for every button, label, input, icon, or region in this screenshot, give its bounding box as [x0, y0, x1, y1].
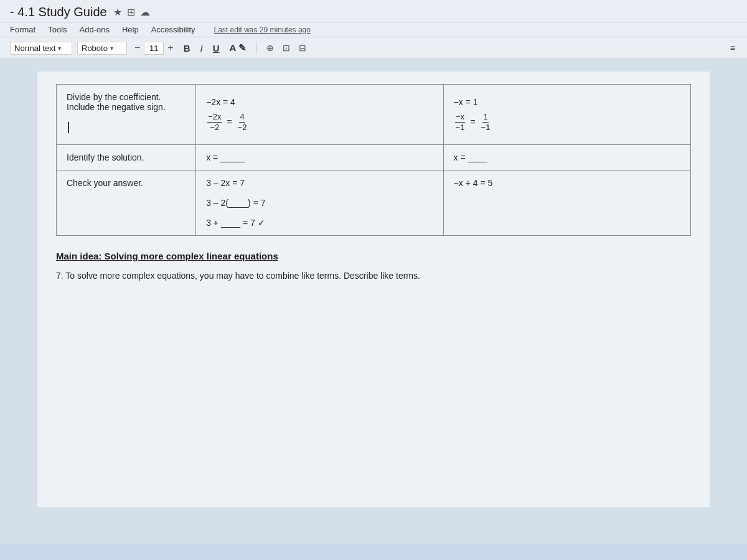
bottom-text: 7. To solve more complex equations, you … — [56, 271, 691, 281]
font-color-button[interactable]: A ✎ — [227, 41, 249, 55]
eq-equals-1: = — [227, 117, 232, 127]
table-cell-row2-col1[interactable]: Identify the solution. — [57, 145, 196, 170]
fraction-row-2: −x −1 = 1 −1 — [454, 112, 680, 132]
content-area: Divide by the coefficient.Include the ne… — [0, 59, 747, 544]
menu-format[interactable]: Format — [10, 25, 35, 34]
toolbar-divider-1 — [256, 42, 257, 54]
table-row: Identify the solution. x = _____ x = ___… — [57, 145, 691, 170]
table-cell-row1-col2[interactable]: −2x = 4 −2x −2 = 4 −2 — [196, 85, 443, 145]
last-edit-label: Last edit was 29 minutes ago — [214, 26, 311, 34]
star-icon[interactable]: ★ — [113, 6, 122, 18]
fraction-bot-neg1: −1 — [455, 123, 466, 133]
math-table: Divide by the coefficient.Include the ne… — [56, 84, 691, 236]
font-selector[interactable]: Roboto ▾ — [77, 42, 127, 55]
fraction-neg2x: −2x −2 — [207, 112, 222, 132]
menu-accessibility[interactable]: Accessibility — [151, 25, 195, 34]
bold-button[interactable]: B — [181, 42, 193, 55]
add-icon[interactable]: ⊞ — [127, 6, 135, 18]
underline-button[interactable]: U — [210, 42, 222, 55]
menu-help[interactable]: Help — [122, 25, 139, 34]
comment-button[interactable]: ⊡ — [281, 42, 292, 54]
menu-addons[interactable]: Add-ons — [80, 25, 110, 34]
cloud-icon[interactable]: ☁ — [140, 6, 150, 18]
math-equation-1: −2x = 4 — [206, 97, 433, 107]
table-cell-row1-col1[interactable]: Divide by the coefficient.Include the ne… — [57, 85, 196, 145]
fraction-row-1: −2x −2 = 4 −2 — [206, 112, 433, 132]
eq-equals-2: = — [470, 117, 475, 127]
link-button[interactable]: ⊕ — [265, 42, 276, 54]
font-chevron-icon: ▾ — [110, 45, 113, 52]
row2-instruction: Identify the solution. — [67, 152, 144, 162]
check-line-col3-1: −x + 4 = 5 — [454, 178, 680, 188]
table-cell-row3-col1[interactable]: Check your answer. — [57, 170, 196, 236]
table-cell-row1-col3[interactable]: −x = 1 −x −1 = 1 −1 — [443, 85, 690, 145]
table-row: Divide by the coefficient.Include the ne… — [57, 85, 691, 145]
image-button[interactable]: ⊟ — [297, 42, 308, 54]
fraction-bot: −2 — [209, 123, 220, 133]
font-size-increase-button[interactable]: + — [165, 42, 176, 54]
font-color-a-label: A — [230, 42, 236, 53]
menu-bar: Format Tools Add-ons Help Accessibility … — [0, 22, 747, 37]
math-equation-2: −x = 1 — [454, 97, 680, 107]
fraction-top-1: 1 — [482, 112, 488, 123]
fraction-top: −2x — [207, 112, 222, 123]
main-idea-link[interactable]: Main idea: Solving more complex linear e… — [56, 251, 278, 261]
eq2-text: −x = 1 — [454, 97, 478, 107]
more-options-button[interactable]: ≡ — [728, 42, 737, 54]
fraction-top-negx: −x — [455, 112, 465, 123]
fraction-bot-neg1b: −1 — [481, 123, 491, 133]
eq1-text: −2x = 4 — [206, 97, 235, 107]
cursor — [68, 122, 69, 133]
fraction-1: 1 −1 — [481, 112, 491, 132]
table-cell-row2-col2[interactable]: x = _____ — [196, 145, 443, 170]
row3-instruction: Check your answer. — [67, 178, 143, 188]
font-size-decrease-button[interactable]: − — [132, 42, 143, 54]
fraction-4: 4 −2 — [237, 112, 248, 132]
title-icons: ★ ⊞ ☁ — [113, 6, 150, 18]
solution-blank-1: x = _____ — [206, 152, 245, 162]
menu-tools[interactable]: Tools — [48, 25, 67, 34]
fraction-negx: −x −1 — [455, 112, 466, 132]
table-cell-row2-col3[interactable]: x = ____ — [443, 145, 690, 170]
table-cell-row3-col3[interactable]: −x + 4 = 5 — [443, 170, 690, 236]
table-row: Check your answer. 3 – 2x = 7 3 – 2(____… — [57, 170, 691, 236]
style-chevron-icon: ▾ — [58, 45, 61, 52]
check-line-3: 3 + ____ = 7 ✓ — [206, 218, 433, 228]
row1-instruction: Divide by the coefficient.Include the ne… — [67, 92, 166, 112]
title-bar: - 4.1 Study Guide ★ ⊞ ☁ — [0, 0, 747, 22]
toolbar-right: ≡ — [728, 42, 737, 54]
font-label: Roboto — [82, 44, 108, 53]
italic-button[interactable]: I — [198, 42, 205, 55]
fraction-top-4: 4 — [239, 112, 245, 123]
style-label: Normal text — [14, 44, 55, 53]
font-size-control: − 11 + — [132, 42, 176, 55]
font-color-pencil-icon: ✎ — [238, 42, 247, 53]
font-size-value[interactable]: 11 — [144, 42, 164, 55]
check-line-2: 3 – 2(____) = 7 — [206, 198, 433, 208]
fraction-bot-neg2: −2 — [237, 123, 248, 133]
toolbar: Normal text ▾ Roboto ▾ − 11 + B I U A ✎ … — [0, 37, 747, 59]
doc-page: Divide by the coefficient.Include the ne… — [37, 72, 710, 507]
doc-title[interactable]: - 4.1 Study Guide — [10, 5, 107, 19]
main-idea-section: Main idea: Solving more complex linear e… — [56, 251, 691, 262]
style-selector[interactable]: Normal text ▾ — [10, 42, 72, 55]
table-cell-row3-col2[interactable]: 3 – 2x = 7 3 – 2(____) = 7 3 + ____ = 7 … — [196, 170, 443, 236]
solution-blank-2: x = ____ — [454, 152, 487, 162]
check-line-1: 3 – 2x = 7 — [206, 178, 433, 188]
